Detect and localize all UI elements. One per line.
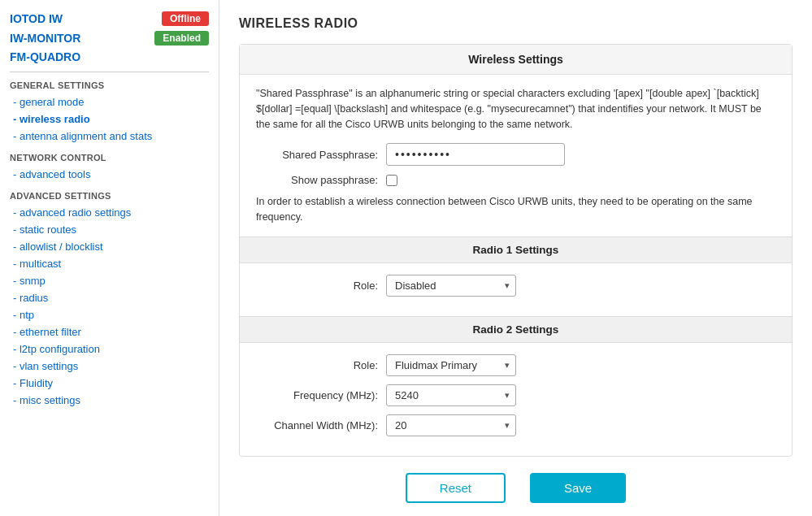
sidebar-item-ethernet-filter[interactable]: - ethernet filter (10, 323, 209, 340)
same-freq-text: In order to establish a wireless connect… (256, 194, 775, 225)
sidebar-item-multicast[interactable]: - multicast (10, 255, 209, 272)
show-passphrase-checkbox[interactable] (386, 175, 397, 186)
sidebar-item-fluidity[interactable]: - Fluidity (10, 375, 209, 392)
sidebar-item-static-routes[interactable]: - static routes (10, 221, 209, 238)
show-passphrase-row: Show passphrase: (256, 174, 775, 186)
radio2-channel-width-select-wrapper: 20 40 80 ▾ (386, 414, 516, 436)
radio1-body: Role: Disabled Fluidmax Primary Fluidmax… (240, 263, 792, 316)
page-title: WIRELESS RADIO (239, 16, 792, 31)
radio2-role-label: Role: (256, 359, 386, 371)
section-label-advanced: Advanced Settings (10, 191, 209, 201)
radio2-body: Role: Disabled Fluidmax Primary Fluidmax… (240, 343, 792, 456)
wireless-settings-header: Wireless Settings (240, 45, 792, 75)
sidebar-item-wireless-radio[interactable]: - wireless radio (10, 111, 209, 128)
radio1-role-row: Role: Disabled Fluidmax Primary Fluidmax… (256, 275, 775, 297)
device-badge-iwmonitor: Enabled (154, 31, 209, 46)
save-button[interactable]: Save (530, 473, 626, 503)
wireless-settings-body: "Shared Passphrase" is an alphanumeric s… (240, 75, 792, 236)
radio1-role-label: Role: (256, 280, 386, 292)
device-badge-iotod: Offline (162, 11, 209, 26)
device-name-iotod[interactable]: IOTOD IW (10, 12, 162, 25)
sidebar-item-l2tp-configuration[interactable]: - l2tp configuration (10, 340, 209, 358)
radio1-role-select[interactable]: Disabled Fluidmax Primary Fluidmax Secon… (386, 275, 516, 297)
radio1-header: Radio 1 Settings (240, 236, 792, 263)
radio2-frequency-select[interactable]: 5180 5200 5220 5240 5260 5280 5300 (386, 384, 516, 406)
device-name-iwmonitor[interactable]: IW-MONITOR (10, 32, 154, 45)
sidebar-item-snmp[interactable]: - snmp (10, 272, 209, 289)
radio2-role-row: Role: Disabled Fluidmax Primary Fluidmax… (256, 354, 775, 376)
section-label-network: Network Control (10, 153, 209, 163)
wireless-info-text: "Shared Passphrase" is an alphanumeric s… (256, 86, 775, 132)
passphrase-row: Shared Passphrase: (256, 143, 775, 166)
sidebar-item-ntp[interactable]: - ntp (10, 306, 209, 323)
radio2-channel-width-select[interactable]: 20 40 80 (386, 414, 516, 436)
radio2-frequency-row: Frequency (MHz): 5180 5200 5220 5240 526… (256, 384, 775, 406)
radio2-role-select-wrapper: Disabled Fluidmax Primary Fluidmax Secon… (386, 354, 516, 376)
sidebar: IOTOD IW Offline IW-MONITOR Enabled FM-Q… (0, 0, 219, 516)
sidebar-item-allowlist-blocklist[interactable]: - allowlist / blocklist (10, 238, 209, 255)
main-content: WIRELESS RADIO Wireless Settings "Shared… (219, 0, 812, 516)
sidebar-item-vlan-settings[interactable]: - vlan settings (10, 358, 209, 375)
radio2-channel-width-row: Channel Width (MHz): 20 40 80 ▾ (256, 414, 775, 436)
radio2-role-select[interactable]: Disabled Fluidmax Primary Fluidmax Secon… (386, 354, 516, 376)
sidebar-item-general-mode[interactable]: - general mode (10, 93, 209, 111)
wireless-settings-card: Wireless Settings "Shared Passphrase" is… (239, 44, 792, 457)
device-name-fmquadro[interactable]: FM-QUADRO (10, 50, 209, 63)
reset-button[interactable]: Reset (406, 473, 506, 503)
action-buttons: Reset Save (239, 457, 792, 509)
show-passphrase-label: Show passphrase: (256, 174, 386, 186)
sidebar-divider-1 (10, 72, 209, 72)
radio2-frequency-select-wrapper: 5180 5200 5220 5240 5260 5280 5300 ▾ (386, 384, 516, 406)
device-item-iotod: IOTOD IW Offline (10, 11, 209, 26)
passphrase-input[interactable] (386, 143, 565, 166)
device-item-iwmonitor: IW-MONITOR Enabled (10, 31, 209, 46)
sidebar-item-radius[interactable]: - radius (10, 289, 209, 306)
device-item-fmquadro: FM-QUADRO (10, 50, 209, 63)
sidebar-item-advanced-radio-settings[interactable]: - advanced radio settings (10, 204, 209, 221)
passphrase-label: Shared Passphrase: (256, 149, 386, 161)
section-label-general: General Settings (10, 80, 209, 90)
radio2-header: Radio 2 Settings (240, 316, 792, 343)
sidebar-item-misc-settings[interactable]: - misc settings (10, 392, 209, 409)
radio2-frequency-label: Frequency (MHz): (256, 389, 386, 401)
sidebar-item-antenna-alignment[interactable]: - antenna alignment and stats (10, 128, 209, 145)
radio1-role-select-wrapper: Disabled Fluidmax Primary Fluidmax Secon… (386, 275, 516, 297)
radio2-channel-width-label: Channel Width (MHz): (256, 419, 386, 431)
sidebar-item-advanced-tools[interactable]: - advanced tools (10, 166, 209, 183)
